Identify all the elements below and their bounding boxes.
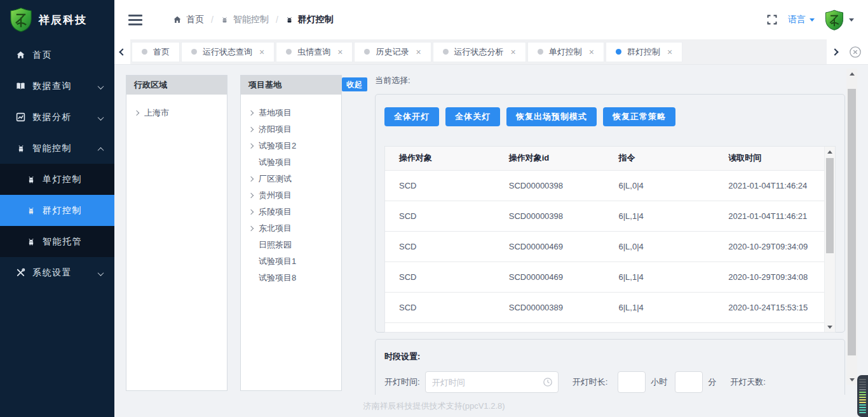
tree-item[interactable]: 乐陵项目	[249, 204, 341, 220]
tab-status-dot	[142, 49, 147, 55]
chevron-right-icon	[831, 48, 838, 55]
tab-run-status-query[interactable]: 运行状态查询×	[181, 42, 275, 62]
tab-close-icon[interactable]: ×	[589, 48, 594, 56]
scroll-up-arrow-icon[interactable]	[825, 147, 835, 157]
tree-item-label: 济阳项目	[259, 124, 292, 135]
sidebar-nav: 首页数据查询数据分析智能控制单灯控制群灯控制智能托管系统设置	[0, 39, 114, 288]
command-button-1[interactable]: 全体关灯	[445, 107, 500, 126]
table-cell: 2020-10-24T15:53:15	[714, 292, 824, 322]
tab-group-lamp-control[interactable]: 群灯控制×	[606, 42, 682, 62]
fullscreen-icon[interactable]	[766, 14, 778, 25]
tab-close-icon[interactable]: ×	[337, 48, 342, 56]
circle-close-icon	[849, 46, 862, 58]
tab-close-icon[interactable]: ×	[667, 48, 672, 56]
sidebar-subitem-single-lamp-control[interactable]: 单灯控制	[0, 164, 114, 195]
table-scrollbar[interactable]	[824, 147, 835, 332]
table-header-row: 操作对象操作对象id指令读取时间	[385, 147, 824, 170]
breadcrumb-home[interactable]: 首页	[173, 14, 204, 25]
table-cell: 2020-10-29T09:34:09	[714, 231, 824, 261]
sidebar-item-data-analysis[interactable]: 数据分析	[0, 102, 114, 133]
tab-label: 历史记录	[376, 46, 409, 58]
brand-logo-row: 祥辰科技	[0, 0, 114, 39]
tree-item[interactable]: 东北项目	[249, 220, 341, 237]
tab-status-dot	[616, 49, 621, 55]
sidebar-subitem-smart-hosting[interactable]: 智能托管	[0, 226, 114, 257]
control-area: 当前选择: 全体开灯全体关灯恢复出场预制模式恢复正常策略 操作对象操作对象id指…	[375, 75, 845, 417]
tab-label: 首页	[153, 46, 170, 58]
sidebar-subitem-group-lamp-control[interactable]: 群灯控制	[0, 195, 114, 226]
tree-item[interactable]: 厂区测试	[249, 171, 341, 187]
region-panel: 行政区域 上海市	[126, 75, 227, 391]
tree-item[interactable]: 上海市	[135, 105, 227, 121]
tree-item-label: 贵州项目	[259, 190, 292, 201]
tab-label: 运行状态分析	[454, 46, 504, 58]
tree-item[interactable]: 济阳项目	[249, 121, 341, 138]
page-scrollbar-thumb[interactable]	[848, 89, 856, 355]
tree-item[interactable]: 基地项目	[249, 105, 341, 121]
scroll-down-arrow-icon[interactable]	[825, 322, 835, 332]
minimap-widget[interactable]	[857, 375, 868, 417]
collapse-panels-button[interactable]: 收起	[342, 77, 367, 91]
sidebar-item-data-query[interactable]: 数据查询	[0, 70, 114, 102]
language-selector[interactable]: 语言	[788, 14, 815, 25]
tab-close-icon[interactable]: ×	[259, 48, 264, 56]
table-cell: SCD	[385, 201, 495, 231]
footer: 济南祥辰科技提供技术支持(ppcV1.2.8)	[0, 395, 868, 417]
tree-item[interactable]: 试验项目	[249, 154, 341, 171]
duration-minutes-input[interactable]	[675, 371, 703, 393]
tab-strip: 首页运行状态查询×虫情查询×历史记录×运行状态分析×单灯控制×群灯控制×	[114, 39, 868, 65]
tab-pest-query[interactable]: 虫情查询×	[276, 42, 353, 62]
lamp-icon	[25, 206, 36, 215]
table-column-header: 操作对象	[385, 147, 495, 170]
table-cell: 6|L,1|4	[605, 261, 715, 292]
command-button-3[interactable]: 恢复正常策略	[603, 107, 675, 126]
shield-logo-icon	[10, 7, 32, 32]
sidebar-item-system-settings[interactable]: 系统设置	[0, 257, 114, 288]
tab-close-icon[interactable]: ×	[511, 48, 516, 56]
tab-label: 群灯控制	[627, 46, 660, 58]
command-button-0[interactable]: 全体开灯	[384, 107, 439, 126]
days-label: 开灯天数:	[730, 376, 766, 388]
scroll-up-arrow-icon[interactable]	[846, 69, 857, 79]
close-all-tabs-button[interactable]	[843, 39, 868, 64]
sidebar-item-smart-control[interactable]: 智能控制	[0, 133, 114, 164]
table-cell: SCD00000469	[495, 231, 605, 261]
on-time-label: 开灯时间:	[384, 376, 420, 388]
duration-hours-input[interactable]	[618, 371, 646, 393]
breadcrumb-separator: /	[276, 15, 278, 25]
hours-unit-label: 小时	[651, 376, 667, 388]
tree-item-label: 试验项目1	[259, 256, 296, 267]
hamburger-menu-icon[interactable]	[128, 15, 142, 25]
table-cell: 6|L,0|4	[605, 170, 715, 201]
table-cell: SCD00000398	[495, 201, 605, 231]
on-time-input[interactable]	[425, 371, 559, 393]
tab-home[interactable]: 首页	[132, 42, 180, 62]
tab-history[interactable]: 历史记录×	[354, 42, 431, 62]
command-button-2[interactable]: 恢复出场预制模式	[506, 107, 597, 126]
sidebar-item-home[interactable]: 首页	[0, 39, 114, 70]
table-cell: SCD	[385, 292, 495, 322]
tree-item[interactable]: 日照茶园	[249, 237, 341, 253]
breadcrumb-smart-control[interactable]: 智能控制	[220, 14, 269, 25]
tree-item[interactable]: 试验项目8	[249, 270, 341, 286]
scroll-down-arrow-icon[interactable]	[846, 374, 857, 385]
table-row: SCDSCD000003986|L,0|42021-01-04T11:46:24	[385, 170, 824, 201]
tree-item[interactable]: 贵州项目	[249, 187, 341, 204]
table-cell: SCD	[385, 261, 495, 292]
tree-item[interactable]: 试验项目1	[249, 253, 341, 270]
table-cell: 6|L,1|4	[605, 292, 715, 322]
user-avatar-menu[interactable]	[825, 10, 854, 30]
tab-run-status-analysis[interactable]: 运行状态分析×	[433, 42, 526, 62]
home-icon	[173, 15, 182, 24]
footer-text: 济南祥辰科技提供技术支持(ppcV1.2.8)	[363, 400, 505, 412]
tab-scroll-right-button[interactable]	[827, 39, 843, 64]
tab-status-dot	[364, 49, 370, 55]
page-scrollbar[interactable]	[846, 69, 857, 385]
tab-scroll-left-button[interactable]	[114, 39, 130, 64]
tree-item[interactable]: 试验项目2	[249, 138, 341, 154]
schedule-form-row: 开灯时间: 开灯时长: 小时 分 开灯天数:	[384, 371, 836, 393]
table-scrollbar-thumb[interactable]	[826, 158, 834, 253]
tab-close-icon[interactable]: ×	[416, 48, 421, 56]
tree-item-label: 厂区测试	[259, 173, 292, 185]
tab-single-lamp-control[interactable]: 单灯控制×	[527, 42, 604, 62]
